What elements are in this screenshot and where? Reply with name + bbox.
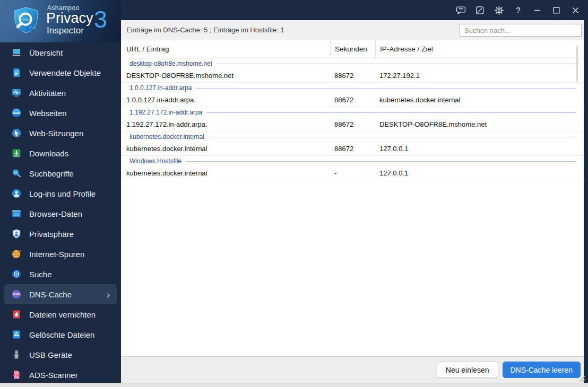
sidebar-item-logins[interactable]: Log-ins und Profile <box>0 183 121 204</box>
sidebar-item-dns-cache[interactable]: DNSDNS-Cache› <box>4 284 117 304</box>
cell-seconds: 88672 <box>330 69 375 82</box>
usb-stick-icon <box>11 349 22 360</box>
group-title: 1.0.0.127.in-addr.arpa <box>129 84 192 92</box>
cell-target: kubernetes.docker.internal <box>375 93 584 107</box>
close-icon[interactable] <box>570 5 581 15</box>
sidebar-item-label: ADS-Scanner <box>29 371 78 380</box>
svg-text:DNS: DNS <box>13 293 20 296</box>
resize-grip-icon[interactable] <box>577 374 586 382</box>
svg-text:www: www <box>12 111 20 115</box>
group-header-row[interactable]: 1.0.0.127.in-addr.arpa <box>121 83 584 93</box>
group-title: 1.192.27.172.in-addr.arpa <box>129 109 202 116</box>
group-header-row[interactable]: desktop-o8ofr8e.mshome.net <box>121 58 584 69</box>
dns-badge-icon: DNS <box>11 289 22 300</box>
shredder-flame-icon <box>11 309 22 320</box>
group-divider-line <box>186 161 576 162</box>
cell-target: 172.27.192.1 <box>375 69 584 82</box>
group-header-row[interactable]: Windows Hostsfile <box>121 156 584 166</box>
clear-dns-cache-button[interactable]: DNS-Cache leeren <box>503 362 581 378</box>
activity-monitor-icon <box>11 87 22 98</box>
shield-magnifier-logo-icon: 1101 0101 0101 <box>11 6 41 37</box>
sidebar-item-aktivitaeten[interactable]: Aktivitäten <box>0 83 121 103</box>
sidebar-item-internet-spuren[interactable]: Internet-Spuren <box>0 244 121 264</box>
sidebar-item-label: Privatsphäre <box>29 230 74 239</box>
globe-cursor-icon <box>11 128 22 138</box>
app-name-line2: Inspector <box>47 25 84 36</box>
cell-target: 127.0.0.1 <box>375 142 584 155</box>
column-header-url[interactable]: URL / Eintrag <box>121 40 330 58</box>
reload-button[interactable]: Neu einlesen <box>437 362 498 378</box>
sidebar-item-label: Aktivitäten <box>29 89 66 98</box>
minimize-icon[interactable] <box>532 5 542 15</box>
chevron-right-icon: › <box>107 289 110 300</box>
cell-seconds: - <box>330 166 375 180</box>
search-input[interactable] <box>460 24 582 37</box>
sidebar-item-label: Gelöschte Dateien <box>29 330 94 339</box>
group-header-row[interactable]: 1.192.27.172.in-addr.arpa <box>121 107 584 118</box>
sidebar-item-label: USB Geräte <box>29 350 72 359</box>
table-row[interactable]: 1.192.27.172.in-addr.arpa.88672DESKTOP-O… <box>121 118 584 131</box>
sidebar-item-dateien-vernichten[interactable]: Dateien vernichten <box>0 304 121 324</box>
sidebar-item-ads-scanner[interactable]: ADSADS-Scanner <box>0 365 121 383</box>
notes-icon[interactable] <box>475 5 485 15</box>
sidebar-nav: ÜbersichtVerwendete ObjekteAktivitätenww… <box>0 42 121 383</box>
sidebar-item-webseiten[interactable]: wwwWebseiten <box>0 103 121 123</box>
maximize-icon[interactable] <box>551 5 561 15</box>
group-header-row[interactable]: kubernetes.docker.internal <box>121 131 584 142</box>
table-row[interactable]: kubernetes.docker.internal88672127.0.0.1 <box>121 142 584 156</box>
group-divider-line <box>217 64 576 64</box>
sidebar-item-label: Webseiten <box>29 109 67 118</box>
sidebar-item-geloeschte-dateien[interactable]: Gelöschte Dateien <box>0 324 121 345</box>
table-row[interactable]: 1.0.0.127.in-addr.arpa.88672kubernetes.d… <box>121 93 584 107</box>
ads-document-icon: ADS <box>11 370 22 380</box>
cookie-icon <box>11 249 22 259</box>
sidebar-item-label: Web-Sitzungen <box>29 129 83 138</box>
sidebar-item-web-sitzungen[interactable]: Web-Sitzungen <box>0 123 121 143</box>
app-name-line1: Privacy <box>46 10 93 27</box>
sidebar-item-label: Log-ins und Profile <box>29 189 96 198</box>
help-icon[interactable]: ? <box>513 5 523 15</box>
sidebar-item-privatsphaere[interactable]: Privatsphäre <box>0 224 121 244</box>
status-text: Einträge im DNS-Cache: 5 ; Einträge im H… <box>121 26 284 34</box>
sidebar-item-label: Verwendete Objekte <box>29 68 101 77</box>
sidebar-item-downloads[interactable]: Downloads <box>0 143 121 163</box>
document-icon <box>11 67 22 78</box>
sidebar-item-suche[interactable]: Suche <box>0 264 121 284</box>
app-logo: 1101 0101 0101 Ashampoo Privacy Inspecto… <box>0 0 121 42</box>
sidebar-item-uebersicht[interactable]: Übersicht <box>0 42 121 63</box>
sidebar-item-suchbegriffe[interactable]: Suchbegriffe <box>0 163 121 183</box>
group-divider-line <box>209 137 576 137</box>
browser-window-icon <box>11 208 22 219</box>
sidebar-item-verwendete-objekte[interactable]: Verwendete Objekte <box>0 63 121 83</box>
table-row[interactable]: DESKTOP-O8OFR8E.mshome.net88672172.27.19… <box>121 69 584 83</box>
recycle-bin-icon <box>11 329 22 340</box>
app-window: **? 1101 0101 0101 Asham <box>0 0 588 387</box>
group-title: Windows Hostsfile <box>129 157 181 165</box>
feedback-bubble-icon[interactable]: ** <box>456 5 466 15</box>
sidebar-item-browser-daten[interactable]: Browser-Daten <box>0 204 121 224</box>
svg-text:**: ** <box>459 7 463 13</box>
table-row[interactable]: kubernetes.docker.internal-127.0.0.1 <box>121 166 584 180</box>
cell-target: DESKTOP-O8OFR8E.mshome.net <box>375 118 584 131</box>
monitor-icon <box>11 47 22 58</box>
column-header-target[interactable]: IP-Adresse / Ziel <box>375 40 584 58</box>
sidebar-item-label: Internet-Spuren <box>29 250 84 259</box>
titlebar: **? <box>121 0 588 20</box>
group-title: kubernetes.docker.internal <box>129 133 204 140</box>
sidebar-item-label: Suchbegriffe <box>29 169 74 178</box>
cell-target: 127.0.0.1 <box>375 166 584 180</box>
sidebar-item-label: Downloads <box>29 149 68 158</box>
window-bottom-border <box>0 383 588 387</box>
table-header: URL / Eintrag Sekunden IP-Adresse / Ziel <box>121 40 584 58</box>
cell-url: 1.0.0.127.in-addr.arpa. <box>121 93 330 107</box>
svg-text:0101: 0101 <box>29 26 37 30</box>
table-body: desktop-o8ofr8e.mshome.netDESKTOP-O8OFR8… <box>121 58 584 180</box>
cell-url: kubernetes.docker.internal <box>121 142 330 155</box>
sidebar-item-label: Browser-Daten <box>29 209 82 218</box>
sidebar-item-usb-geraete[interactable]: USB Geräte <box>0 345 121 365</box>
vertical-scrollbar-thumb[interactable] <box>576 46 578 82</box>
column-header-seconds[interactable]: Sekunden <box>330 40 375 58</box>
cell-url: DESKTOP-O8OFR8E.mshome.net <box>121 69 330 82</box>
sidebar-item-label: Dateien vernichten <box>29 310 96 319</box>
settings-gear-icon[interactable] <box>494 5 504 15</box>
